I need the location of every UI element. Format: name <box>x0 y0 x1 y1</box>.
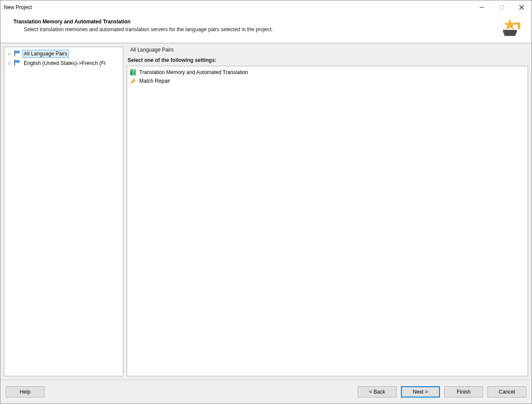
wizard-subtitle: Select translation memories and automate… <box>13 26 500 32</box>
svg-rect-12 <box>134 70 135 71</box>
tree-item-label: All Language Pairs <box>24 51 67 57</box>
wizard-icon <box>500 19 523 38</box>
wizard-footer: Help < Back Next > Finish Cancel <box>0 380 532 404</box>
next-button[interactable]: Next > <box>401 386 440 398</box>
finish-button[interactable]: Finish <box>444 386 483 398</box>
help-button[interactable]: Help <box>6 386 45 398</box>
tree-item-language-pair[interactable]: ▷ English (United States)->French (Fr <box>4 58 123 68</box>
list-item-label: Match Repair <box>139 78 170 84</box>
svg-rect-6 <box>518 25 520 29</box>
svg-rect-8 <box>14 60 15 66</box>
settings-prompt: Select one of the following settings: <box>127 57 528 63</box>
expand-icon[interactable]: ▷ <box>7 61 12 65</box>
settings-list[interactable]: Translation Memory and Automated Transla… <box>127 66 528 376</box>
wizard-header: Translation Memory and Automated Transla… <box>0 14 532 43</box>
content-area: ▷ All Language Pairs ▷ English (United S… <box>0 43 532 380</box>
svg-rect-1 <box>500 6 504 10</box>
svg-rect-11 <box>131 70 131 71</box>
list-item-label: Translation Memory and Automated Transla… <box>139 69 248 75</box>
tree-item-label-wrap: English (United States)->French (Fr <box>22 59 107 67</box>
tree-item-all-language-pairs[interactable]: ▷ All Language Pairs <box>4 49 123 58</box>
wizard-header-text: Translation Memory and Automated Transla… <box>13 19 500 38</box>
settings-panel: All Language Pairs Select one of the fol… <box>127 47 528 376</box>
titlebar: New Project <box>0 0 532 14</box>
flag-icon <box>14 50 21 58</box>
wizard-title: Translation Memory and Automated Transla… <box>13 19 500 25</box>
settings-group-label: All Language Pairs <box>127 47 528 53</box>
expand-icon[interactable]: ▷ <box>7 52 12 56</box>
tree-item-label: English (United States)->French (Fr <box>24 60 106 66</box>
svg-marker-4 <box>504 19 516 30</box>
wrench-icon <box>130 78 137 84</box>
tree-item-label-wrap: All Language Pairs <box>22 50 69 58</box>
svg-rect-7 <box>14 50 15 56</box>
maximize-button <box>492 0 512 14</box>
minimize-button[interactable] <box>472 0 492 14</box>
window-title: New Project <box>4 4 472 10</box>
back-button[interactable]: < Back <box>358 386 397 398</box>
titlebar-buttons <box>472 0 532 14</box>
list-item-translation-memory[interactable]: Translation Memory and Automated Transla… <box>129 68 526 77</box>
svg-rect-5 <box>514 23 520 25</box>
close-button[interactable] <box>512 0 532 14</box>
tm-icon <box>130 69 137 76</box>
cancel-button[interactable]: Cancel <box>487 386 526 398</box>
list-item-match-repair[interactable]: Match Repair <box>129 77 526 85</box>
flag-icon <box>14 60 21 67</box>
language-pair-tree[interactable]: ▷ All Language Pairs ▷ English (United S… <box>4 47 123 376</box>
